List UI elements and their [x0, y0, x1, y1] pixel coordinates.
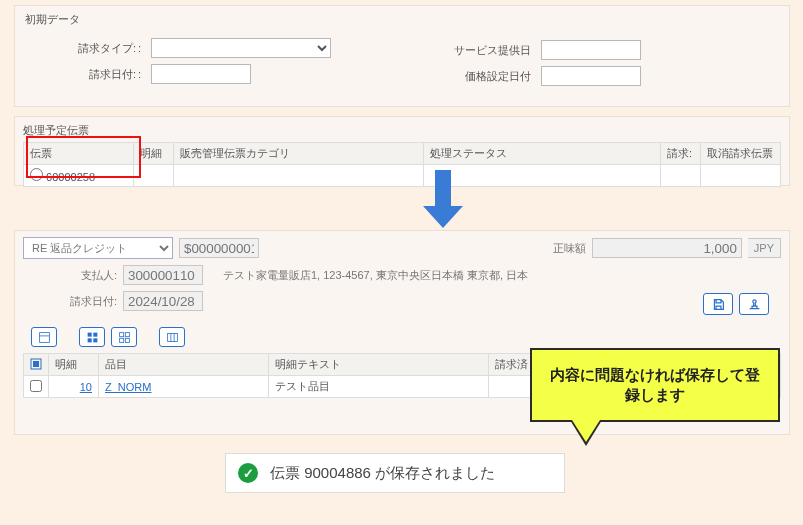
- success-icon: ✓: [238, 463, 258, 483]
- svg-rect-1: [87, 332, 91, 336]
- row-checkbox[interactable]: [30, 380, 42, 392]
- row-select-radio[interactable]: [30, 168, 43, 181]
- net-amount-label: 正味額: [553, 241, 586, 256]
- pricing-date-label: 価格設定日付: [435, 69, 535, 84]
- pricing-date-input[interactable]: [541, 66, 641, 86]
- doc-number: 60000258: [46, 171, 95, 183]
- svg-rect-9: [167, 333, 177, 341]
- svg-rect-11: [33, 361, 39, 367]
- billing-date-label: 請求日付:: [35, 67, 145, 82]
- pending-table: 伝票 明細 販売管理伝票カテゴリ 処理ステータス 請求: 取消請求伝票 6000…: [23, 142, 781, 187]
- pending-docs-panel: 処理予定伝票 伝票 明細 販売管理伝票カテゴリ 処理ステータス 請求: 取消請求…: [14, 116, 790, 186]
- post-button[interactable]: [739, 293, 769, 315]
- col-text: 明細テキスト: [269, 354, 489, 376]
- net-amount-field: [592, 238, 742, 258]
- arrow-annotation: [423, 170, 463, 230]
- grid-view-1-button[interactable]: [79, 327, 105, 347]
- svg-rect-4: [93, 338, 97, 342]
- detail-icon: [38, 331, 51, 344]
- grid-icon: [86, 331, 99, 344]
- billing-date-label-2: 請求日付:: [23, 294, 117, 309]
- doc-number-field: [179, 238, 259, 258]
- item-text: テスト品目: [269, 376, 489, 398]
- grid2-icon: [118, 331, 131, 344]
- layout-button[interactable]: [159, 327, 185, 347]
- initial-data-legend: 初期データ: [25, 12, 779, 27]
- col-cancel: 取消請求伝票: [701, 143, 781, 165]
- payer-address: テスト家電量販店1, 123-4567, 東京中央区日本橋 東京都, 日本: [223, 268, 528, 283]
- svg-rect-0: [39, 332, 49, 342]
- save-button[interactable]: [703, 293, 733, 315]
- svg-rect-8: [125, 338, 129, 342]
- status-message: ✓ 伝票 90004886 が保存されました: [225, 453, 565, 493]
- pending-legend: 処理予定伝票: [23, 123, 781, 138]
- material-link[interactable]: Z_NORM: [105, 381, 151, 393]
- svg-rect-7: [119, 338, 123, 342]
- col-bill: 請求:: [661, 143, 701, 165]
- col-item: 明細: [134, 143, 174, 165]
- col-item: 明細: [49, 354, 99, 376]
- svg-rect-3: [87, 338, 91, 342]
- select-all-icon: [30, 358, 42, 370]
- payer-number-field: [123, 265, 203, 285]
- layout-icon: [166, 331, 179, 344]
- service-date-label: サービス提供日: [435, 43, 535, 58]
- col-material: 品目: [99, 354, 269, 376]
- svg-rect-6: [125, 332, 129, 336]
- detail-view-button[interactable]: [31, 327, 57, 347]
- initial-data-panel: 初期データ 請求タイプ: 請求日付: サービス提供日 価格設定日付: [14, 5, 790, 107]
- instruction-callout: 内容に問題なければ保存して登録します: [530, 348, 780, 422]
- service-date-input[interactable]: [541, 40, 641, 60]
- svg-rect-2: [93, 332, 97, 336]
- col-status: 処理ステータス: [424, 143, 661, 165]
- item-number-link[interactable]: 10: [80, 381, 92, 393]
- billing-date-input[interactable]: [151, 64, 251, 84]
- svg-rect-5: [119, 332, 123, 336]
- col-category: 販売管理伝票カテゴリ: [174, 143, 424, 165]
- payer-label: 支払人:: [23, 268, 117, 283]
- status-text: 伝票 90004886 が保存されました: [270, 464, 495, 483]
- grid-view-2-button[interactable]: [111, 327, 137, 347]
- col-select-all[interactable]: [24, 354, 49, 376]
- billing-type-label: 請求タイプ:: [35, 41, 145, 56]
- currency: JPY: [748, 238, 781, 258]
- billing-date-field: [123, 291, 203, 311]
- billing-type-combo[interactable]: RE 返品クレジット: [23, 237, 173, 259]
- table-row[interactable]: 60000258: [24, 165, 781, 187]
- stamp-icon: [748, 298, 761, 311]
- billing-type-select[interactable]: [151, 38, 331, 58]
- save-icon: [712, 298, 725, 311]
- col-doc: 伝票: [24, 143, 134, 165]
